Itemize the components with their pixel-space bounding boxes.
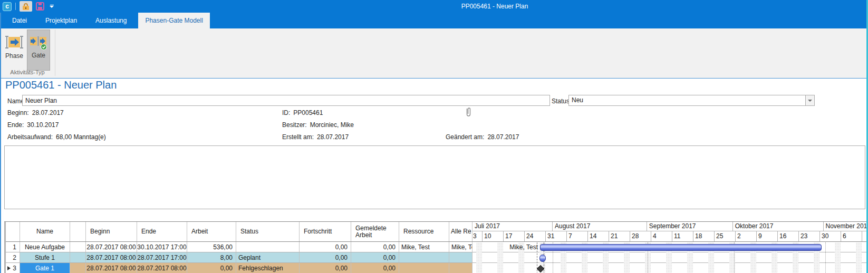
cell-arbeit[interactable]: 536,00 [187,242,236,252]
week-tick: 24 [524,231,545,241]
tab-projektplan[interactable]: Projektplan [38,13,84,28]
cell-ende[interactable]: 28.07.2017 17:00 [137,252,187,262]
field-erstellt-am: Erstellt am:28.07.2017 [282,133,349,141]
cell-alle-ressourcen[interactable] [449,252,472,262]
month-november: November 2017 [823,222,867,231]
cell-arbeit[interactable]: 8,00 [187,252,236,262]
month-september: September 2017 [647,222,732,231]
gate-icon [30,33,47,51]
header-fortschritt[interactable]: Fortschritt [300,222,351,241]
status-label: Status [552,97,570,105]
week-tick: 16 [777,231,798,241]
header-arbeit[interactable]: Arbeit [187,222,236,241]
current-row-marker-icon [7,266,11,270]
page-title: PP005461 - Neuer Plan [5,79,117,91]
week-tick: 9 [756,231,777,241]
month-gridline [825,242,826,273]
window-left-border [0,13,1,273]
phase-icon [5,33,23,51]
field-geaendert-am: Geändert am:28.07.2017 [446,133,519,141]
gantt-bar-label: Mike, Test [472,243,538,251]
week-tick: 21 [609,231,630,241]
week-tick: 14 [587,231,609,241]
tab-auslastung[interactable]: Auslastung [89,13,133,28]
tab-phasen-gate-modell[interactable]: Phasen-Gate Modell [138,13,209,28]
week-tick: 3 [472,231,482,241]
header-alle-ressourcen[interactable]: Alle Re [449,222,472,241]
gate-button-label: Gate [32,52,45,59]
cell-ressource[interactable] [399,263,449,273]
cell-alle-ressourcen[interactable]: Mike, Test [449,242,472,252]
week-tick: 11 [672,231,693,241]
gantt-task-bar[interactable] [540,244,822,251]
description-box[interactable] [4,145,865,209]
week-tick: 31 [545,231,566,241]
row-number[interactable]: 3 [6,263,20,273]
cell-type[interactable] [70,242,86,252]
cell-beginn[interactable]: 28.07.2017 08:00 [86,252,137,262]
cell-name[interactable]: Neue Aufgabe [20,242,70,252]
cell-gemeldete-arbeit[interactable]: 0,00 [351,252,399,262]
field-besitzer: Besitzer:Morciniec, Mike [282,121,354,129]
gantt-timeline-header: Juli 2017 August 2017 September 2017 Okt… [472,222,867,241]
cell-fortschritt[interactable]: 0,00 [300,263,351,273]
status-dropdown[interactable]: Neu [568,95,815,106]
title-bar: c PP005461 - Neuer Plan [0,0,868,13]
name-input[interactable] [22,95,550,106]
header-name[interactable]: Name [20,222,70,241]
month-august: August 2017 [552,222,647,231]
header-gemeldete-arbeit[interactable]: Gemeldete Arbeit [351,222,399,241]
gate-button[interactable]: Gate [27,30,50,71]
row-number[interactable]: 2 [6,252,20,262]
cell-type[interactable] [70,252,86,262]
cell-status[interactable]: Fehlgeschlagen [236,263,300,273]
cell-ressource[interactable]: Mike, Test [399,242,449,252]
cell-ressource[interactable] [399,252,449,262]
week-tick: 25 [714,231,735,241]
cell-type[interactable] [70,263,86,273]
weekend-band [835,242,841,273]
cell-gemeldete-arbeit[interactable]: 0,00 [351,242,399,252]
paperclip-icon[interactable] [465,107,472,117]
gantt-body: Mike, Test [472,242,867,273]
cell-status[interactable] [236,242,300,252]
header-row-number [6,222,20,241]
cell-alle-ressourcen[interactable] [449,263,472,273]
cell-beginn[interactable]: 28.07.2017 08:00 [86,263,137,273]
cell-gemeldete-arbeit[interactable]: 0,00 [351,263,399,273]
field-arbeitsaufwand: Arbeitsaufwand:68,00 Manntag(e) [7,133,106,141]
gantt-stage-bar[interactable] [539,255,546,262]
field-beginn: Beginn:28.07.2017 [7,109,64,116]
phase-button-label: Phase [5,52,23,60]
week-tick: 17 [503,231,524,241]
field-id: ID:PP005461 [282,109,323,116]
header-type[interactable] [70,222,86,241]
header-ende[interactable]: Ende [137,222,187,241]
chevron-down-icon [808,100,812,102]
window-title: PP005461 - Neuer Plan [0,0,868,13]
row-number[interactable]: 1 [6,242,20,252]
week-tick: 2 [735,231,756,241]
phase-button[interactable]: Phase [3,31,26,70]
cell-name[interactable]: Stufe 1 [20,252,70,262]
cell-name-selected[interactable]: Gate 1 [20,263,70,273]
cell-arbeit[interactable]: 0,00 [187,263,236,273]
status-dropdown-arrow[interactable] [805,95,814,105]
field-ende: Ende:30.10.2017 [7,121,59,129]
header-status[interactable]: Status [236,222,300,241]
week-tick: 7 [566,231,587,241]
week-tick: 23 [798,231,819,241]
weekend-band [856,242,862,273]
status-value: Neu [569,95,805,105]
cell-beginn[interactable]: 28.07.2017 08:00 [86,242,137,252]
cell-ende[interactable]: 30.10.2017 17:00 [137,242,187,252]
cell-fortschritt[interactable]: 0,00 [300,252,351,262]
header-ressource[interactable]: Ressource [399,222,449,241]
tab-datei[interactable]: Datei [5,13,34,28]
header-beginn[interactable]: Beginn [86,222,137,241]
week-tick: 10 [482,231,503,241]
gantt-week-row: 3 10 17 24 31 7 14 21 28 4 11 18 25 2 9 … [472,231,867,241]
cell-fortschritt[interactable]: 0,00 [300,242,351,252]
cell-status[interactable]: Geplant [236,252,300,262]
cell-ende[interactable]: 28.07.2017 08:00 [137,263,187,273]
